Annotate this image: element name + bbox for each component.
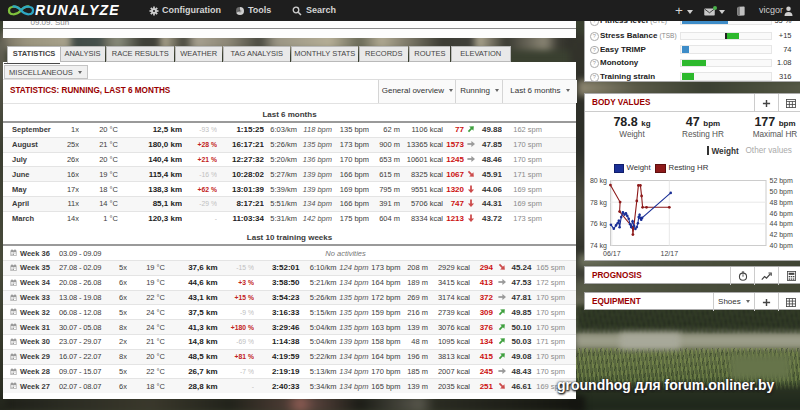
svg-text:78 kg: 78 kg xyxy=(590,198,607,206)
svg-text:52 bpm: 52 bpm xyxy=(770,177,794,185)
svg-text:48 bpm: 48 bpm xyxy=(770,198,794,206)
svg-text:40 bpm: 40 bpm xyxy=(770,242,794,250)
svg-text:50 bpm: 50 bpm xyxy=(770,187,794,195)
svg-text:06/17: 06/17 xyxy=(603,250,621,257)
svg-text:80 kg: 80 kg xyxy=(590,177,607,185)
svg-text:12/17: 12/17 xyxy=(661,250,679,257)
svg-text:44 bpm: 44 bpm xyxy=(770,220,794,228)
svg-text:42 bpm: 42 bpm xyxy=(770,231,794,239)
svg-text:76 kg: 76 kg xyxy=(590,220,607,228)
svg-text:74 kg: 74 kg xyxy=(590,242,607,250)
svg-text:46 bpm: 46 bpm xyxy=(770,209,794,217)
